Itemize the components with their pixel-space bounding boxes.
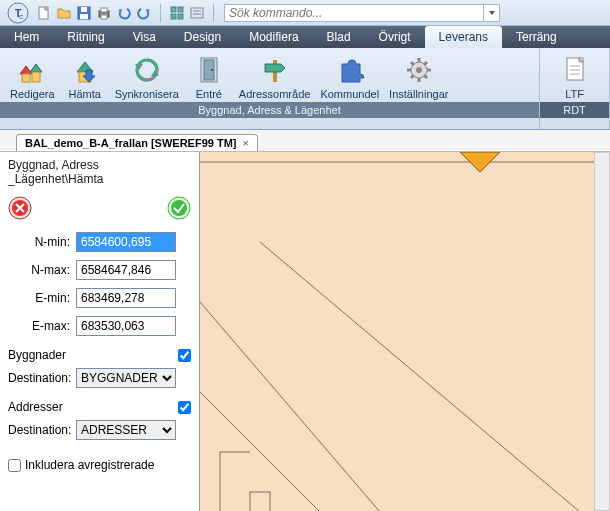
svg-line-31 [424,75,427,78]
svg-rect-42 [200,152,610,511]
svg-line-33 [411,75,414,78]
svg-point-22 [211,69,213,71]
main-menu: Hem Ritning Visa Design Modifiera Blad Ö… [0,26,610,48]
svg-rect-14 [191,8,203,18]
breadcrumb: Byggnad, Adress _Lägenhet\Hämta [8,156,191,192]
ribbon-label: LTF [565,88,584,100]
ribbon-redigera[interactable]: Redigera [6,52,59,102]
redo-icon[interactable] [136,5,152,21]
svg-point-41 [171,200,187,216]
destination1-select[interactable]: BYGGNADER [76,368,176,388]
svg-rect-5 [81,7,87,12]
emax-input[interactable] [76,316,176,336]
command-search-input[interactable] [224,4,484,22]
menu-modifiera[interactable]: Modifiera [235,26,312,48]
addresser-checkbox[interactable] [178,401,191,414]
toolbar-divider [160,4,161,22]
emax-label: E-max: [8,319,70,333]
nmin-input[interactable] [76,232,176,252]
menu-hem[interactable]: Hem [0,26,53,48]
close-tab-icon[interactable]: × [242,137,248,149]
vertical-scrollbar[interactable] [594,152,610,511]
document-tab-bar: BAL_demo_B-A_frallan [SWEREF99 TM] × [0,130,610,152]
document-icon [559,54,591,86]
svg-line-32 [424,62,427,65]
menu-design[interactable]: Design [170,26,235,48]
document-tab[interactable]: BAL_demo_B-A_frallan [SWEREF99 TM] × [16,134,258,151]
svg-point-25 [416,67,422,73]
ribbon-label: Adressområde [239,88,311,100]
ribbon-synkronisera[interactable]: Synkronisera [111,52,183,102]
svg-rect-11 [178,7,183,12]
svg-rect-18 [32,72,40,82]
quick-access-toolbar: Tc [0,0,610,26]
include-deregistered-label: Inkludera avregistrerade [25,458,154,472]
include-deregistered-checkbox[interactable] [8,459,21,472]
houses-edit-icon [16,54,48,86]
house-download-icon [69,54,101,86]
destination2-label: Destination: [8,423,70,437]
ribbon-label: Redigera [10,88,55,100]
addresser-label: Addresser [8,400,63,414]
cancel-button[interactable] [8,196,32,220]
menu-leverans[interactable]: Leverans [425,26,502,48]
save-icon[interactable] [76,5,92,21]
svg-rect-12 [171,14,176,19]
open-folder-icon[interactable] [56,5,72,21]
ribbon-adressomrade[interactable]: Adressområde [235,52,315,102]
ribbon-label: Hämta [68,88,100,100]
byggnader-label: Byggnader [8,348,66,362]
gear-icon [403,54,435,86]
print-icon[interactable] [96,5,112,21]
drawing-canvas[interactable] [200,152,610,511]
nmax-input[interactable] [76,260,176,280]
svg-line-30 [411,62,414,65]
svg-rect-13 [178,14,183,19]
destination1-label: Destination: [8,371,70,385]
svg-rect-9 [101,15,107,19]
tool-icon[interactable] [189,5,205,21]
search-dropdown-button[interactable] [484,4,500,22]
ribbon-hamta[interactable]: Hämta [61,52,109,102]
svg-rect-10 [171,7,176,12]
ribbon-label: Kommundel [320,88,379,100]
ribbon-label: Entré [196,88,222,100]
ribbon-group-title: RDT [540,102,609,118]
toolbar-divider [213,4,214,22]
sync-icon [131,54,163,86]
door-icon [193,54,225,86]
signpost-icon [259,54,291,86]
app-menu-button[interactable]: Tc [4,2,32,24]
ribbon-entre[interactable]: Entré [185,52,233,102]
menu-ovrigt[interactable]: Övrigt [365,26,425,48]
ribbon-label: Synkronisera [115,88,179,100]
menu-terrang[interactable]: Terräng [502,26,571,48]
menu-ritning[interactable]: Ritning [53,26,118,48]
svg-rect-17 [22,74,30,82]
side-panel: Byggnad, Adress _Lägenhet\Hämta N-min: N… [0,152,200,511]
byggnader-checkbox[interactable] [178,349,191,362]
nmax-label: N-max: [8,263,70,277]
ribbon: Redigera Hämta Synkronisera Entré Adress… [0,48,610,130]
confirm-button[interactable] [167,196,191,220]
svg-text:c: c [19,12,23,21]
ribbon-label: Inställningar [389,88,448,100]
svg-rect-6 [80,14,88,19]
emin-input[interactable] [76,288,176,308]
menu-visa[interactable]: Visa [119,26,170,48]
ribbon-installningar[interactable]: Inställningar [385,52,452,102]
new-file-icon[interactable] [36,5,52,21]
ribbon-group-title: Byggnad, Adress & Lägenhet [0,102,539,118]
document-tab-label: BAL_demo_B-A_frallan [SWEREF99 TM] [25,137,236,149]
puzzle-icon [334,54,366,86]
ribbon-ltf[interactable]: LTF [551,52,599,102]
emin-label: E-min: [8,291,70,305]
undo-icon[interactable] [116,5,132,21]
menu-blad[interactable]: Blad [313,26,365,48]
destination2-select[interactable]: ADRESSER [76,420,176,440]
ribbon-kommundel[interactable]: Kommundel [316,52,383,102]
workspace-icon[interactable] [169,5,185,21]
svg-rect-8 [101,8,107,12]
nmin-label: N-min: [8,235,70,249]
